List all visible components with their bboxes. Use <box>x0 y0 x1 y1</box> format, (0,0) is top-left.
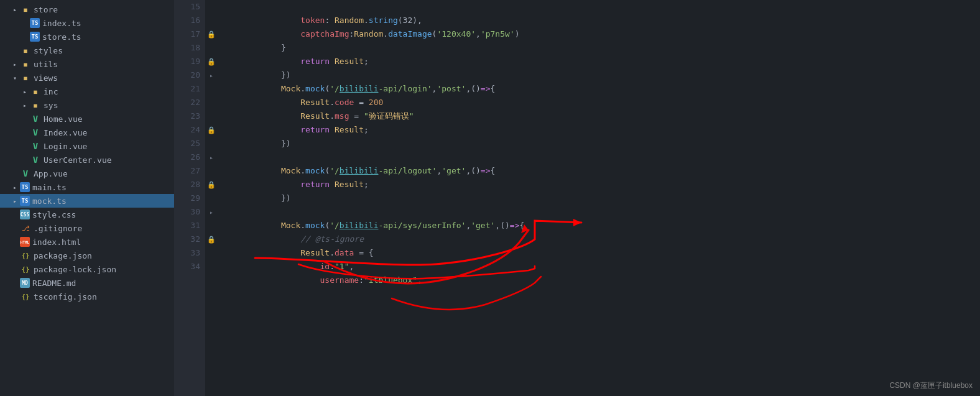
sidebar-item-label: sys <box>44 101 174 110</box>
sidebar-item-label: Index.vue <box>44 128 174 137</box>
sidebar-item-login-vue[interactable]: Login.vue <box>0 139 174 153</box>
arrow-icon <box>10 73 20 83</box>
ts-icon <box>20 196 30 206</box>
line-num: 28 <box>179 178 200 191</box>
sidebar-item-package-lock-json[interactable]: package-lock.json <box>0 262 174 276</box>
code-line-32: Result.data = { <box>223 233 980 246</box>
sidebar-item-style-css[interactable]: style.css <box>0 208 174 221</box>
sidebar-item-label: package-lock.json <box>34 265 174 274</box>
sidebar-item-views[interactable]: views <box>0 71 174 85</box>
sidebar-item-label: tsconfig.json <box>34 292 174 302</box>
gutter-cell <box>205 0 218 14</box>
line-num: 26 <box>179 150 200 164</box>
arrow-icon <box>20 100 30 110</box>
html-icon <box>20 237 30 247</box>
arrow-icon <box>20 86 30 96</box>
line-num: 24 <box>179 123 200 137</box>
sidebar-item-mock-ts[interactable]: mock.ts <box>0 194 174 208</box>
arrow-icon <box>10 4 20 14</box>
code-line-21: Result.code = 200 <box>223 82 980 96</box>
sidebar-item-styles[interactable]: styles <box>0 44 174 57</box>
line-num: 31 <box>179 219 200 233</box>
arrow-icon <box>10 196 20 206</box>
watermark: CSDN @蓝匣子itbluebox <box>889 380 973 391</box>
sidebar-item-package-json[interactable]: package.json <box>0 249 174 262</box>
gutter-cell <box>205 41 218 55</box>
json-icon <box>20 264 31 275</box>
code-line-16: captchaImg:Random.dataImage('120x40','p7… <box>223 14 980 27</box>
sidebar-item-label: utils <box>34 60 174 69</box>
sidebar-item-home-vue[interactable]: Home.vue <box>0 112 174 126</box>
json-icon <box>20 250 31 261</box>
ts-icon <box>20 182 30 192</box>
sidebar-item-app-vue[interactable]: App.vue <box>0 167 174 180</box>
code-line-24: }) <box>223 123 980 137</box>
sidebar-item-main-ts[interactable]: main.ts <box>0 180 174 194</box>
sidebar-item-label: styles <box>34 46 174 55</box>
folder-icon <box>30 86 41 97</box>
gutter-cell <box>205 96 218 109</box>
gutter-cell: 🔒 <box>205 27 218 41</box>
gutter-cell <box>205 164 218 178</box>
gutter-cell: ▸ <box>205 205 218 219</box>
arrow-icon <box>10 59 20 69</box>
sidebar-item-label: style.css <box>32 210 174 219</box>
file-explorer: store index.ts store.ts styles utils vie… <box>0 0 174 396</box>
sidebar-item-index-html[interactable]: index.html <box>0 235 174 249</box>
gutter-cell <box>205 191 218 205</box>
sidebar-item-sys[interactable]: sys <box>0 98 174 112</box>
sidebar-item-label: .gitignore <box>34 224 174 233</box>
sidebar-item-label: UserCenter.vue <box>44 155 174 165</box>
folder-icon <box>20 58 31 70</box>
line-num: 29 <box>179 191 200 205</box>
line-num: 34 <box>179 260 200 274</box>
gutter: 🔒 🔒 ▸ 🔒 ▸ 🔒 ▸ 🔒 <box>205 0 218 396</box>
editor-area: 15 16 17 18 19 20 21 22 23 24 25 26 27 2… <box>174 0 980 396</box>
code-line-23: return Result; <box>223 109 980 123</box>
sidebar-item-readme-md[interactable]: README.md <box>0 276 174 290</box>
gutter-cell: 🔒 <box>205 55 218 68</box>
sidebar-item-store[interactable]: store <box>0 2 174 16</box>
gutter-cell: 🔒 <box>205 178 218 191</box>
code-line-25 <box>223 137 980 150</box>
sidebar-item-label: index.ts <box>42 19 174 28</box>
code-container: 15 16 17 18 19 20 21 22 23 24 25 26 27 2… <box>174 0 980 396</box>
vue-icon <box>20 168 31 179</box>
code-line-27: return Result; <box>223 164 980 178</box>
sidebar-item-index-ts[interactable]: index.ts <box>0 16 174 30</box>
line-num: 25 <box>179 137 200 150</box>
line-num: 21 <box>179 82 200 96</box>
sidebar-item-label: views <box>34 73 174 83</box>
css-icon <box>20 210 30 219</box>
code-line-33: id:"1", <box>223 246 980 260</box>
sidebar-item-label: App.vue <box>34 169 174 178</box>
json-icon <box>20 291 31 302</box>
code-line-19: }) <box>223 55 980 68</box>
code-line-15: token: Random.string(32), <box>223 0 980 14</box>
code-line-34: username:"itbluebox", <box>223 260 980 274</box>
ts-icon <box>30 18 40 28</box>
sidebar-item-label: package.json <box>34 251 174 260</box>
gutter-cell <box>205 82 218 96</box>
folder-icon <box>20 4 31 15</box>
folder-icon <box>20 45 31 56</box>
line-num: 30 <box>179 205 200 219</box>
sidebar-item-gitignore[interactable]: .gitignore <box>0 221 174 235</box>
gutter-cell <box>205 137 218 150</box>
sidebar-item-index-vue[interactable]: Index.vue <box>0 126 174 139</box>
vue-icon <box>30 140 41 152</box>
sidebar-item-utils[interactable]: utils <box>0 57 174 71</box>
gutter-cell <box>205 109 218 123</box>
gutter-cell: 🔒 <box>205 123 218 137</box>
sidebar-item-label: store.ts <box>42 32 174 42</box>
sidebar-item-label: README.md <box>32 279 174 288</box>
sidebar-item-usercenter-vue[interactable]: UserCenter.vue <box>0 153 174 167</box>
sidebar-item-store-ts[interactable]: store.ts <box>0 30 174 44</box>
vue-icon <box>30 113 41 124</box>
sidebar-item-tsconfig-json[interactable]: tsconfig.json <box>0 290 174 303</box>
gutter-cell <box>205 219 218 233</box>
sidebar-item-label: Home.vue <box>44 114 174 124</box>
code-lines: token: Random.string(32), captchaImg:Ran… <box>218 0 980 396</box>
sidebar-item-inc[interactable]: inc <box>0 85 174 98</box>
line-num: 32 <box>179 233 200 246</box>
